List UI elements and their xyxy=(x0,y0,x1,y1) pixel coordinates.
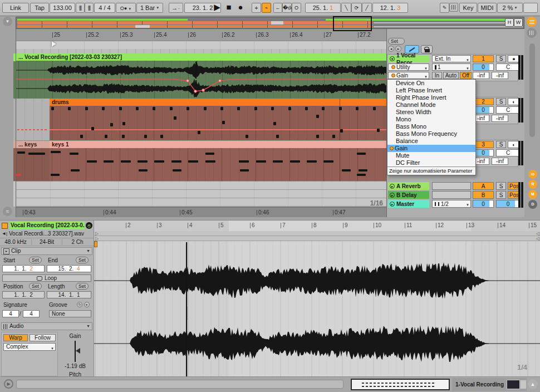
solo-button-1[interactable]: S xyxy=(496,55,506,62)
clip-start-field[interactable]: 1. 1. 2 xyxy=(2,265,45,272)
computer-midi-keyboard-icon[interactable] xyxy=(449,3,458,12)
current-clip-chooser[interactable]: 1-Vocal Recording xyxy=(452,378,527,391)
loop-length-field[interactable]: 14. 1. 1 xyxy=(47,291,91,298)
menu-item-mute[interactable]: Mute xyxy=(387,152,475,159)
pencil-circle-icon[interactable]: O xyxy=(292,3,301,13)
time-signature-field[interactable]: 4 / 4 xyxy=(94,3,115,13)
automation-auto-button[interactable]: Auto xyxy=(443,72,459,79)
clip-title-drums[interactable]: drums xyxy=(50,99,387,106)
input-routing-menu[interactable]: Ext. In xyxy=(432,55,471,62)
menu-item-bass-mono-frequency[interactable]: Bass Mono Frequency xyxy=(387,130,475,138)
io-section-toggle[interactable]: IO xyxy=(528,170,537,179)
menu-item-balance[interactable]: Balance xyxy=(387,138,475,145)
loop-position-field[interactable]: 1. 1. 2 xyxy=(2,291,45,298)
return-a-solo[interactable]: S xyxy=(496,182,506,190)
menu-item-bass-mono[interactable]: Bass Mono xyxy=(387,123,475,130)
return-b-activator[interactable]: B xyxy=(473,191,494,199)
warp-mode-chooser[interactable]: Complex xyxy=(3,343,56,351)
punch-in-icon[interactable]: ╲ xyxy=(341,3,351,13)
pan-field-3[interactable]: C xyxy=(496,149,520,156)
keys-pre-clip-body[interactable] xyxy=(16,148,50,181)
solo-button-3[interactable]: S xyxy=(496,141,506,148)
clip-overview-toggle-icon[interactable] xyxy=(527,17,537,27)
gain-slider-handle[interactable] xyxy=(76,348,80,354)
return-b-device-slot[interactable] xyxy=(432,191,471,199)
stop-button[interactable]: ■ xyxy=(224,1,234,13)
drums-clip-body[interactable] xyxy=(50,106,387,140)
loop-toggle-icon[interactable]: ⟳ xyxy=(351,3,362,13)
midi-channel-menu[interactable]: 1 xyxy=(432,63,471,71)
loop-button[interactable]: Loop xyxy=(2,275,91,282)
audio-section-header[interactable]: Audio ▼ xyxy=(1,322,92,330)
groove-commit-icon[interactable]: ↻ xyxy=(77,302,82,307)
new-marker-button[interactable]: + xyxy=(252,3,261,13)
master-volume-field[interactable]: 0 xyxy=(473,200,494,208)
draw-mode-pencil-icon[interactable]: ✎ xyxy=(440,3,449,13)
warp-button[interactable]: Warp xyxy=(3,334,28,341)
return-b-lane[interactable] xyxy=(16,190,387,198)
track-header-vocal[interactable]: ▾ 1 Vocal Recor xyxy=(388,55,429,62)
tap-tempo-button[interactable]: Tap xyxy=(30,3,49,13)
menu-item-device-on[interactable]: Device On xyxy=(387,80,475,87)
return-b-solo[interactable]: S xyxy=(496,191,506,199)
link-button[interactable]: Link xyxy=(2,3,29,13)
draw-frame-icon[interactable]: �det; xyxy=(282,3,292,13)
record-button[interactable]: ● xyxy=(235,1,246,13)
menu-item-mono[interactable]: Mono xyxy=(387,116,475,123)
device-chooser-utility[interactable]: Utility xyxy=(388,63,429,71)
clip-color-swatch[interactable] xyxy=(2,223,8,229)
menu-item-right-phase-invert[interactable]: Right Phase Invert xyxy=(387,94,475,101)
vocal-clip-body[interactable] xyxy=(16,61,387,99)
menu-item-channel-mode[interactable]: Channel Mode xyxy=(387,101,475,109)
volume-field-1[interactable]: 0 xyxy=(473,63,494,71)
nudge-up-icon[interactable]: ||| xyxy=(85,3,94,13)
groove-open-icon[interactable]: ▸ xyxy=(84,302,90,307)
beat-time-ruler[interactable]: 25 25.2 25.3 25.4 26 26.2 26.3 26.4 27 2… xyxy=(16,29,387,41)
loop-indicator-icon[interactable]: ⦿ xyxy=(86,222,92,229)
sample-ruler[interactable]: 2 3 4 5 6 7 8 9 10 11 12 13 14 15 xyxy=(94,220,540,232)
prev-breakpoint-button[interactable]: ◂ xyxy=(388,46,394,52)
midi-overdub-button[interactable]: ⌁ xyxy=(262,3,271,13)
length-set-button[interactable]: Set xyxy=(76,283,89,290)
waveform-toggle-icon[interactable]: ≈ xyxy=(3,207,12,216)
cpu-load-menu[interactable]: 2 %▼ xyxy=(497,3,523,13)
tempo-field[interactable]: 133.00 xyxy=(50,3,75,13)
return-a-header[interactable]: ▸ A Reverb xyxy=(388,182,429,190)
pan-field-1[interactable]: C xyxy=(496,63,520,71)
end-set-button[interactable]: Set xyxy=(76,257,89,263)
scrub-area[interactable] xyxy=(16,41,387,50)
menu-item-stereo-width[interactable]: Stereo Width xyxy=(387,109,475,116)
groove-chooser[interactable]: None xyxy=(49,310,91,317)
follow-button[interactable]: Follow xyxy=(30,334,56,341)
pan-field-2[interactable]: C xyxy=(496,106,520,114)
cue-volume-field[interactable]: 0 xyxy=(496,200,520,208)
loop-length-field[interactable]: 12. 1. 3 xyxy=(372,3,408,13)
peak-level-r-3[interactable]: -inf xyxy=(492,158,508,165)
automation-in-button[interactable]: In xyxy=(432,72,442,79)
overview-view-rectangle[interactable] xyxy=(333,16,372,31)
overview-width-button[interactable]: W xyxy=(514,18,523,27)
drums-empty-area[interactable] xyxy=(16,99,50,140)
menu-footer-show-automated[interactable]: Zeige nur automatisierte Parameter xyxy=(387,166,475,175)
follow-button[interactable]: →·· xyxy=(169,3,183,13)
overview-height-button[interactable]: H xyxy=(505,18,514,27)
return-a-activator[interactable]: A xyxy=(473,182,494,190)
set-button[interactable]: Set xyxy=(388,38,405,45)
clip-section-header[interactable]: ▸ Clip ▼ xyxy=(1,247,92,255)
cue-out-menu[interactable]: 1/2 xyxy=(432,200,471,208)
volume-automation-line[interactable] xyxy=(16,61,387,99)
quantize-menu[interactable]: 1 Bar▼ xyxy=(136,3,163,13)
return-a-lane[interactable] xyxy=(16,182,387,190)
keys-clip-body[interactable] xyxy=(50,148,387,181)
master-header[interactable]: ▸ Master xyxy=(388,200,429,208)
menu-item-gain-selected[interactable]: Gain xyxy=(387,145,475,152)
start-set-button[interactable]: Set xyxy=(29,257,42,263)
time-ruler[interactable]: 0:43 0:44 0:45 0:46 0:47 xyxy=(16,207,387,217)
peak-level-r-2[interactable]: -inf xyxy=(492,115,508,122)
mixer-section-toggle[interactable]: M xyxy=(528,190,537,199)
menu-item-left-phase-invert[interactable]: Left Phase Invert xyxy=(387,87,475,94)
collapse-arrow-icon[interactable]: ▼ xyxy=(3,17,12,26)
signature-denominator-field[interactable]: 4 xyxy=(23,310,40,317)
next-breakpoint-button[interactable]: ▸ xyxy=(395,46,401,52)
clip-title-keys-pre[interactable]: ... keys xyxy=(16,141,50,148)
